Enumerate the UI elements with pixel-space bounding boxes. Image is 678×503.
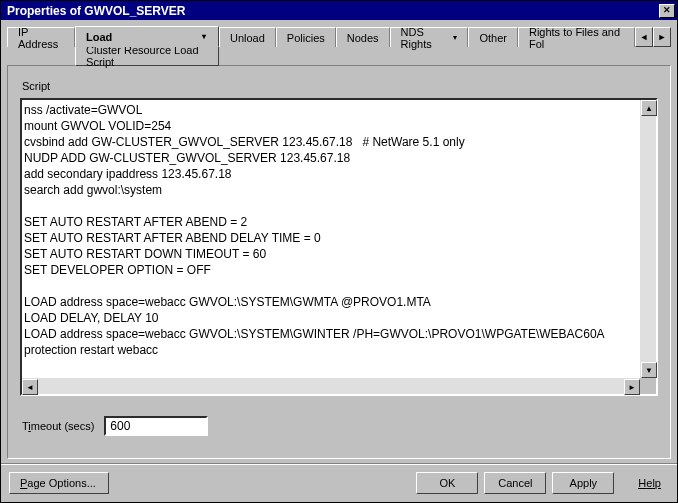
tab-other[interactable]: Other <box>468 27 518 47</box>
ok-button[interactable]: OK <box>416 472 478 494</box>
dropdown-icon[interactable]: ▾ <box>202 32 206 41</box>
scroll-track[interactable] <box>641 116 656 362</box>
tab-unload[interactable]: Unload <box>219 27 276 47</box>
timeout-input[interactable] <box>104 416 208 436</box>
scroll-corner <box>640 378 656 394</box>
help-link[interactable]: Help <box>638 477 661 489</box>
page-options-button[interactable]: Page Options... <box>9 472 109 494</box>
tab-ip-address[interactable]: IP Address <box>7 27 75 47</box>
tab-scroll-left-icon[interactable]: ◄ <box>635 27 653 47</box>
footer: Page Options... OK Cancel Apply Help <box>1 463 677 502</box>
tab-nds-rights[interactable]: NDS Rights▾ <box>390 27 469 47</box>
script-textarea[interactable]: nss /activate=GWVOL mount GWVOL VOLID=25… <box>22 100 656 394</box>
tab-scroll-right-icon[interactable]: ► <box>653 27 671 47</box>
script-box: nss /activate=GWVOL mount GWVOL VOLID=25… <box>20 98 658 396</box>
window-title: Properties of GWVOL_SERVER <box>7 4 659 18</box>
cancel-button[interactable]: Cancel <box>484 472 546 494</box>
script-label: Script <box>22 80 658 92</box>
timeout-label: Timeout (secs) <box>22 420 94 432</box>
tab-policies[interactable]: Policies <box>276 27 336 47</box>
apply-button[interactable]: Apply <box>552 472 614 494</box>
scroll-up-icon[interactable]: ▲ <box>641 100 657 116</box>
tab-load-subtitle: Cluster Resource Load Script <box>75 47 219 66</box>
scroll-right-icon[interactable]: ► <box>624 379 640 395</box>
close-icon[interactable]: ✕ <box>659 4 675 18</box>
load-panel: Script nss /activate=GWVOL mount GWVOL V… <box>7 65 671 459</box>
tab-nodes[interactable]: Nodes <box>336 27 390 47</box>
titlebar: Properties of GWVOL_SERVER ✕ <box>1 1 677 20</box>
dropdown-icon[interactable]: ▾ <box>453 33 457 42</box>
tab-scroll: ◄ ► <box>635 26 671 46</box>
client-area: IP Address Load ▾ Cluster Resource Load … <box>1 20 677 463</box>
scroll-track[interactable] <box>38 379 624 394</box>
tab-load-stack: Load ▾ Cluster Resource Load Script <box>75 26 219 66</box>
tab-load[interactable]: Load ▾ <box>75 26 219 47</box>
horizontal-scrollbar[interactable]: ◄ ► <box>22 378 640 394</box>
tab-rights-files[interactable]: Rights to Files and Fol <box>518 27 635 47</box>
properties-window: Properties of GWVOL_SERVER ✕ IP Address … <box>0 0 678 503</box>
vertical-scrollbar[interactable]: ▲ ▼ <box>640 100 656 378</box>
scroll-left-icon[interactable]: ◄ <box>22 379 38 395</box>
timeout-row: Timeout (secs) <box>20 416 658 436</box>
tab-bar: IP Address Load ▾ Cluster Resource Load … <box>7 26 671 66</box>
scroll-down-icon[interactable]: ▼ <box>641 362 657 378</box>
